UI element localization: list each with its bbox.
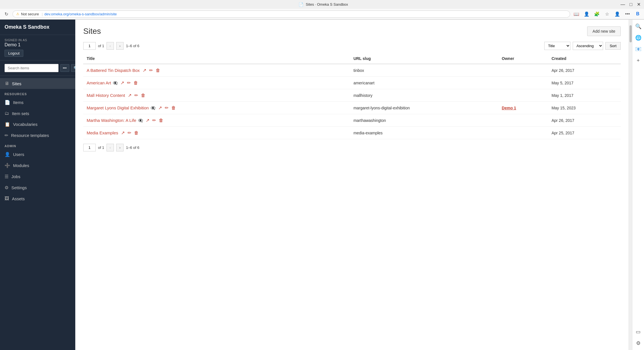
sort-controls: Title URL slug Owner Created Ascending D… — [544, 42, 621, 50]
sidebar-item-jobs[interactable]: ☰ Jobs — [0, 171, 75, 182]
sort-button[interactable]: Sort — [605, 42, 621, 50]
site-title-link[interactable]: Media Examples — [87, 130, 118, 135]
reader-view-icon[interactable]: 📖 — [572, 10, 580, 18]
delete-icon[interactable]: 🗑 — [134, 80, 138, 86]
sidebar-vocabularies-label: Vocabularies — [13, 122, 37, 127]
external-link-icon[interactable]: ↗ — [121, 130, 125, 136]
sidebar-item-users[interactable]: 👤 Users — [0, 149, 75, 160]
next-page-button-top[interactable]: › — [116, 42, 124, 50]
edit-icon[interactable]: ✏ — [149, 68, 153, 73]
col-url-slug: URL slug — [350, 53, 498, 64]
sidebar-item-modules[interactable]: ➕ Modules — [0, 160, 75, 171]
row-actions: ↗ ✏ 🗑 — [143, 68, 160, 73]
cell-url-slug: marthawashington — [350, 114, 498, 127]
address-bar[interactable]: ⚠ Not secure | dev.omeka.org/omeka-s-san… — [12, 11, 570, 18]
row-actions: ↗ ✏ 🗑 — [120, 80, 138, 86]
page-number-input-top[interactable] — [83, 42, 96, 50]
owner-link[interactable]: Demo 1 — [502, 106, 516, 110]
next-page-button-bottom[interactable]: › — [116, 144, 124, 151]
external-link-icon[interactable]: ↗ — [146, 118, 149, 123]
delete-icon[interactable]: 🗑 — [134, 130, 139, 136]
external-link-icon[interactable]: ↗ — [128, 93, 132, 98]
external-link-icon[interactable]: ↗ — [158, 105, 162, 111]
favorites-icon[interactable]: ☆ — [603, 10, 611, 18]
close-button[interactable]: ✕ — [637, 2, 641, 7]
site-title-link[interactable]: American Art — [87, 80, 111, 85]
col-owner: Owner — [498, 53, 548, 64]
site-title-link[interactable]: Mall History Content — [87, 93, 125, 98]
user-avatar[interactable]: 👤 — [613, 10, 621, 18]
right-outlook-icon[interactable]: 📧 — [634, 45, 643, 54]
cell-title: A Battered Tin Dispatch Box ↗ ✏ 🗑 — [83, 64, 350, 77]
edit-icon[interactable]: ✏ — [134, 93, 138, 98]
app-name: Omeka S Sandbox — [0, 20, 75, 35]
reload-button[interactable]: ↻ — [2, 10, 10, 18]
sidebar-jobs-label: Jobs — [11, 174, 20, 179]
search-more-button[interactable]: ••• — [60, 64, 69, 72]
right-add-icon[interactable]: + — [634, 56, 643, 65]
site-title-link[interactable]: Margaret Lyons Digital Exhibition — [87, 105, 149, 110]
edge-icon[interactable]: B — [634, 10, 642, 18]
edit-icon[interactable]: ✏ — [127, 80, 131, 86]
prev-page-button-top[interactable]: ‹ — [107, 42, 114, 50]
right-sidebar-toggle-icon[interactable]: ▭ — [634, 327, 643, 336]
search-input[interactable] — [5, 64, 59, 72]
sidebar-item-item-sets[interactable]: 🗂 Item sets — [0, 108, 75, 119]
extensions-icon[interactable]: 🧩 — [593, 10, 601, 18]
cell-title: Media Examples ↗ ✏ 🗑 — [83, 127, 350, 139]
items-icon: 📄 — [5, 100, 10, 105]
delete-icon[interactable]: 🗑 — [156, 68, 160, 73]
page-number-input-bottom[interactable] — [83, 144, 96, 151]
sidebar-settings-label: Settings — [11, 185, 27, 190]
profile-icon[interactable]: 👤 — [583, 10, 591, 18]
sort-field-select[interactable]: Title URL slug Owner Created — [544, 42, 570, 50]
delete-icon[interactable]: 🗑 — [141, 93, 145, 98]
external-link-icon[interactable]: ↗ — [143, 68, 146, 73]
sidebar-sites-label: Sites — [12, 81, 21, 86]
delete-icon[interactable]: 🗑 — [159, 118, 163, 123]
sidebar-item-assets[interactable]: 🖼 Assets — [0, 193, 75, 204]
cell-title: American Art 👁‍🗨 ↗ ✏ 🗑 — [83, 77, 350, 89]
resource-templates-icon: ✏ — [5, 133, 8, 138]
sidebar-item-sites[interactable]: 🖥 Sites — [0, 78, 75, 89]
site-title-link[interactable]: A Battered Tin Dispatch Box — [87, 68, 140, 73]
logout-button[interactable]: Logout — [5, 50, 23, 57]
maximize-button[interactable]: □ — [630, 2, 632, 7]
page-count-bottom: 1–6 of 6 — [126, 145, 139, 150]
search-submit-button[interactable]: 🔍 — [71, 64, 75, 72]
delete-icon[interactable]: 🗑 — [171, 105, 176, 111]
table-row: Mall History Content ↗ ✏ 🗑 mallhistory M… — [83, 89, 621, 102]
cell-url-slug: mallhistory — [350, 89, 498, 102]
sidebar-item-items[interactable]: 📄 Items — [0, 97, 75, 108]
add-new-site-button[interactable]: Add new site — [587, 26, 621, 36]
sort-direction-select[interactable]: Ascending Descending — [573, 42, 603, 50]
more-options-icon[interactable]: ••• — [624, 10, 632, 18]
minimize-button[interactable]: — — [620, 2, 625, 7]
col-title: Title — [83, 53, 350, 64]
edit-icon[interactable]: ✏ — [152, 118, 156, 123]
right-settings-icon[interactable]: ⚙ — [634, 339, 643, 348]
signed-in-label: SIGNED IN AS — [5, 38, 71, 42]
scrollbar-track — [629, 20, 632, 350]
address-url: dev.omeka.org/omeka-s-sandbox/admin/site — [44, 12, 117, 16]
sidebar-item-settings[interactable]: ⚙ Settings — [0, 182, 75, 193]
right-search-icon[interactable]: 🔍 — [634, 22, 643, 31]
right-browser-icon[interactable]: 🌐 — [634, 33, 643, 42]
search-area: ••• 🔍 — [0, 61, 75, 76]
sidebar-item-resource-templates[interactable]: ✏ Resource templates — [0, 130, 75, 141]
site-title-link[interactable]: Martha Washington: A Life — [87, 118, 136, 123]
sidebar-nav: 🖥 Sites RESOURCES 📄 Items 🗂 Item sets 📋 … — [0, 76, 75, 350]
users-icon: 👤 — [5, 152, 10, 157]
visibility-hidden-icon: 👁‍🗨 — [151, 106, 155, 110]
prev-page-button-bottom[interactable]: ‹ — [107, 144, 114, 151]
jobs-icon: ☰ — [5, 174, 9, 179]
external-link-icon[interactable]: ↗ — [120, 80, 124, 86]
visibility-hidden-icon: 👁‍🗨 — [113, 81, 118, 85]
col-created: Created — [548, 53, 621, 64]
edit-icon[interactable]: ✏ — [165, 105, 168, 111]
scrollbar-thumb[interactable] — [630, 25, 632, 42]
edit-icon[interactable]: ✏ — [128, 130, 131, 136]
sidebar-item-vocabularies[interactable]: 📋 Vocabularies — [0, 119, 75, 130]
security-warning-icon: ⚠ — [16, 12, 19, 16]
visibility-hidden-icon: 👁‍🗨 — [138, 118, 143, 123]
